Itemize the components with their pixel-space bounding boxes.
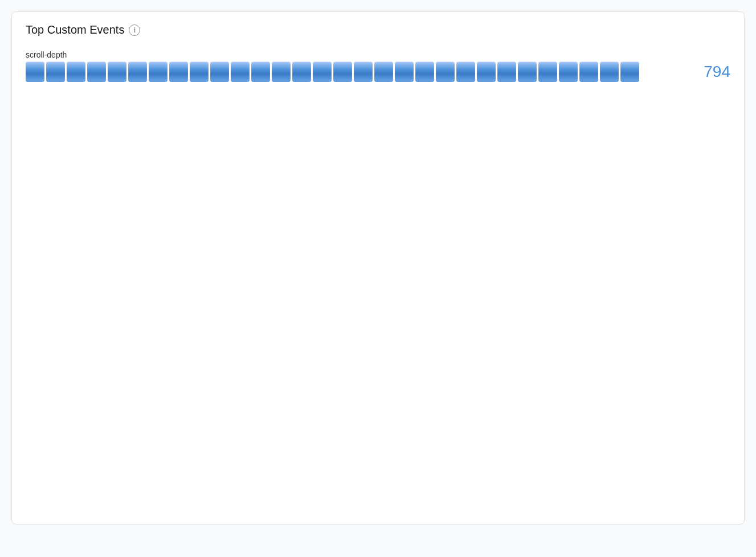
bar-segment [46, 62, 65, 82]
bar-segment [333, 62, 352, 82]
bar-segment [600, 62, 619, 82]
card-header: Top Custom Events i [26, 23, 730, 36]
bar-segment [272, 62, 291, 82]
bar-segment [538, 62, 557, 82]
bar-segment [313, 62, 332, 82]
bar-row: 794 [26, 62, 730, 82]
event-row: scroll-depth794 [26, 50, 730, 82]
info-icon[interactable]: i [129, 25, 140, 36]
bar-segment [395, 62, 414, 82]
bar-segment [477, 62, 496, 82]
event-label: scroll-depth [26, 50, 730, 59]
bar-segment [620, 62, 639, 82]
bar-segment [374, 62, 393, 82]
bar-segment [251, 62, 270, 82]
bar-segment [87, 62, 106, 82]
top-custom-events-card: Top Custom Events i scroll-depth794 [11, 11, 745, 525]
bar-segment [436, 62, 455, 82]
bar-segment [292, 62, 311, 82]
bar-segment [354, 62, 373, 82]
bar-segment [518, 62, 537, 82]
bar-segment [559, 62, 578, 82]
bar-segment [128, 62, 147, 82]
event-value: 794 [685, 63, 730, 81]
events-list: scroll-depth794 [26, 50, 730, 82]
bar-container [26, 62, 584, 82]
bar-segment [415, 62, 434, 82]
bar-segment [497, 62, 516, 82]
bar-segment [169, 62, 188, 82]
card-title: Top Custom Events [26, 23, 124, 36]
bar-segment [456, 62, 475, 82]
bar-segment [231, 62, 250, 82]
bar-segment [210, 62, 229, 82]
bar-segment [579, 62, 598, 82]
bar-segment [67, 62, 85, 82]
bar-segment [26, 62, 44, 82]
bar-segment [190, 62, 209, 82]
bar-segment [149, 62, 167, 82]
bar-segment [108, 62, 126, 82]
